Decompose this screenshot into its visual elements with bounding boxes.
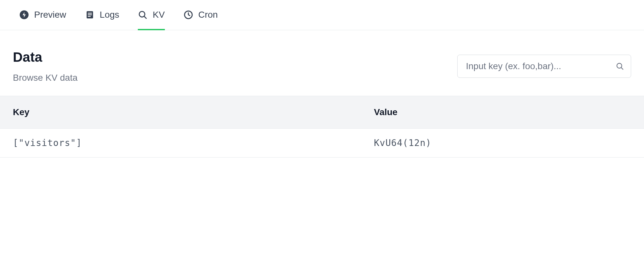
tab-kv[interactable]: KV (138, 10, 165, 30)
tab-cron[interactable]: Cron (184, 10, 218, 30)
tab-label: Preview (34, 10, 66, 20)
column-header-key: Key (13, 107, 374, 117)
column-header-value: Value (374, 107, 631, 117)
page-header: Data Browse KV data (0, 30, 644, 96)
tabs-nav: Preview Logs KV Cron (0, 0, 644, 30)
page-title: Data (13, 50, 78, 65)
tab-label: Cron (198, 10, 218, 20)
svg-line-9 (621, 68, 623, 69)
tab-logs[interactable]: Logs (85, 10, 119, 30)
svg-rect-4 (88, 16, 90, 17)
cell-value: KvU64(12n) (374, 138, 631, 148)
svg-rect-3 (88, 14, 92, 15)
tab-label: Logs (100, 10, 119, 20)
search-icon (616, 62, 624, 70)
tab-preview[interactable]: Preview (19, 10, 66, 30)
svg-line-6 (144, 16, 147, 19)
table-header: Key Value (0, 96, 644, 129)
table-row[interactable]: ["visitors"] KvU64(12n) (0, 129, 644, 158)
page-subtitle: Browse KV data (13, 73, 78, 83)
lightning-icon (19, 10, 29, 20)
tab-label: KV (153, 10, 165, 20)
clock-icon (184, 10, 193, 20)
search-wrapper (457, 55, 631, 78)
search-icon (138, 10, 147, 20)
document-icon (85, 10, 95, 20)
header-text: Data Browse KV data (13, 50, 78, 83)
svg-rect-2 (88, 13, 92, 14)
search-input[interactable] (457, 55, 631, 78)
cell-key: ["visitors"] (13, 138, 374, 148)
